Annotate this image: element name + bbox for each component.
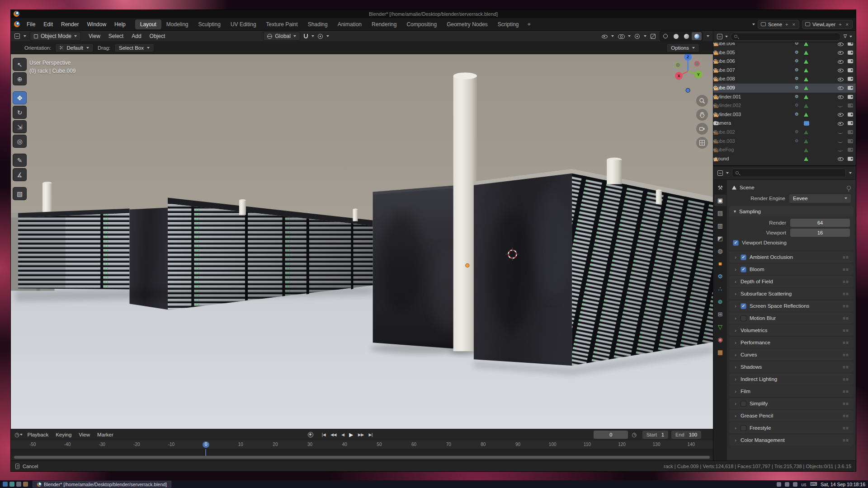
tool-button[interactable]: ∡ [13,168,27,181]
unlink-scene-button[interactable]: × [792,22,796,27]
viewport-menu-item[interactable]: Object [146,31,170,41]
timeline-menu-item[interactable]: Marker [94,432,117,437]
workspace-tab[interactable]: Geometry Nodes [442,19,493,29]
disable-in-renders-icon[interactable] [848,130,853,134]
properties-panel-header[interactable]: › ✓ Bloom ≡≡ [729,264,854,275]
transport-button[interactable]: |◀ [320,431,328,439]
gizmo-caret-icon[interactable] [628,35,631,37]
new-scene-button[interactable]: + [784,22,789,27]
timeline-editor-caret-icon[interactable] [20,434,23,436]
viewlayer-selector[interactable]: ViewLayer + × [802,20,853,29]
outliner-row[interactable]: ▸ CubeFog ⚙ [713,145,856,155]
timeline-menu-item[interactable]: Playback [24,432,52,437]
clock[interactable]: Sat, 14 Sep 10:18:16 [821,482,865,487]
transport-button[interactable]: ▶ [347,431,355,439]
properties-panel-header[interactable]: › ✓ Screen Space Reflections ≡≡ [729,300,854,311]
hide-in-viewport-eye-icon[interactable] [837,58,843,64]
properties-editor-caret-icon[interactable] [726,172,729,174]
properties-panel-header[interactable]: › ✓ Ambient Occlusion ≡≡ [729,252,854,263]
panel-checkbox[interactable]: ✓ [741,267,746,272]
outliner-row[interactable]: ▸ Cube.004 ⚙ [713,42,856,48]
disable-in-renders-icon[interactable] [848,42,853,46]
outliner-row[interactable]: ▸ Cube.007 ⚙ [713,66,856,75]
toggle-ortho-button[interactable] [696,137,708,149]
shading-material-button[interactable] [681,32,691,40]
outliner-row[interactable]: ▸ Cube.008 ⚙ [713,75,856,84]
properties-tab[interactable]: ◩ [714,233,726,244]
3d-viewport-scene[interactable]: Z Y X [11,54,713,429]
render-samples-field[interactable]: 64 [790,219,850,227]
tool-button[interactable]: ✥ [13,91,27,104]
proportional-caret-icon[interactable] [326,35,329,37]
window-titlebar[interactable]: Blender* [/home/amalie/Desktop/blender/s… [11,10,856,18]
properties-options-caret-icon[interactable] [849,172,852,174]
orientation-selector[interactable]: Global [263,32,300,41]
visibility-caret-icon[interactable] [611,35,614,37]
taskbar-app-icon-4[interactable] [23,482,28,487]
properties-panel-header[interactable]: › ✓ Color Management ≡≡ [729,435,854,446]
toggle-xray-icon[interactable] [651,34,656,39]
transport-button[interactable]: ◀ [339,431,346,439]
visibility-dropdown-eye-icon[interactable] [601,33,607,39]
properties-panel-header[interactable]: › ✓ Subsurface Scattering ≡≡ [729,288,854,299]
properties-panel-header[interactable]: › ✓ Indirect Lighting ≡≡ [729,374,854,385]
snap-settings-caret-icon[interactable] [311,35,314,37]
hide-in-viewport-eye-icon[interactable] [837,67,843,73]
overlays-caret-icon[interactable] [644,35,646,37]
workspace-tab[interactable]: Sculpting [193,19,226,29]
drag-grip-icon[interactable]: ≡≡ [843,426,849,431]
taskbar-app-icon-1[interactable] [3,482,8,487]
disable-in-renders-icon[interactable] [848,121,853,125]
tool-button[interactable]: ▧ [13,187,27,200]
remove-viewlayer-button[interactable]: × [845,22,849,27]
viewport-samples-field[interactable]: 16 [790,229,850,237]
properties-tab[interactable]: ⚒ [714,182,726,193]
tray-volume-icon[interactable] [785,482,789,487]
properties-tab[interactable]: ▣ [714,195,726,206]
properties-tab[interactable]: ▽ [714,321,726,333]
disable-in-renders-icon[interactable] [848,113,853,117]
hide-in-viewport-eye-icon[interactable] [837,42,843,47]
tray-notifications-icon[interactable] [793,482,797,487]
options-dropdown[interactable]: Options [666,43,699,52]
gizmo-y-label[interactable]: Y [697,72,700,77]
workspace-tab[interactable]: Texture Paint [261,19,303,29]
mode-selector[interactable]: Object Mode [30,32,81,41]
blender-menu-icon[interactable] [14,21,20,27]
show-overlays-icon[interactable] [635,34,640,39]
hide-in-viewport-eye-icon[interactable] [837,147,843,153]
add-workspace-button[interactable]: + [524,21,535,28]
properties-search[interactable] [732,169,846,177]
frame-end-field[interactable]: End 100 [671,431,701,439]
viewport-menu-item[interactable]: Select [104,31,127,41]
panel-checkbox[interactable]: ✓ [741,401,746,407]
filter-caret-icon[interactable] [849,36,852,38]
properties-panel-header[interactable]: › ✓ Curves ≡≡ [729,349,854,360]
disable-in-renders-icon[interactable] [848,95,853,99]
panel-checkbox[interactable]: ✓ [741,303,746,309]
editor-type-caret-icon[interactable] [24,35,26,37]
properties-tab[interactable]: ◉ [714,334,726,345]
transport-button[interactable]: ▶| [367,431,375,439]
tool-button[interactable]: ↖ [13,58,27,71]
viewport-denoising-checkbox[interactable]: ✓ [733,240,739,246]
hide-in-viewport-eye-icon[interactable] [837,94,843,100]
sampling-panel-header[interactable]: ▾ Sampling [729,206,854,216]
drag-grip-icon[interactable]: ≡≡ [843,328,849,333]
hide-in-viewport-eye-icon[interactable] [837,76,843,82]
gizmo-x-label[interactable]: X [678,74,680,78]
orientation-setting-dropdown[interactable]: ⤪ Default [55,43,93,52]
properties-editor-icon[interactable] [717,170,723,176]
drag-grip-icon[interactable]: ≡≡ [843,316,849,321]
timeline-ruler[interactable]: -50 -40 -30 -20 [11,440,713,449]
outliner-row[interactable]: ▸ Cube.006 ⚙ [713,57,856,66]
hide-in-viewport-eye-icon[interactable] [837,103,843,108]
properties-panel-header[interactable]: › ✓ Performance ≡≡ [729,337,854,348]
drag-grip-icon[interactable]: ≡≡ [843,389,849,394]
properties-panel-header[interactable]: › ✓ Volumetrics ≡≡ [729,325,854,336]
render-engine-dropdown[interactable]: Eevee [789,194,851,203]
playhead-line[interactable] [205,449,206,456]
workspace-tab[interactable]: Modeling [161,19,193,29]
outliner-editor-icon[interactable] [717,34,722,39]
hide-in-viewport-eye-icon[interactable] [837,129,843,135]
